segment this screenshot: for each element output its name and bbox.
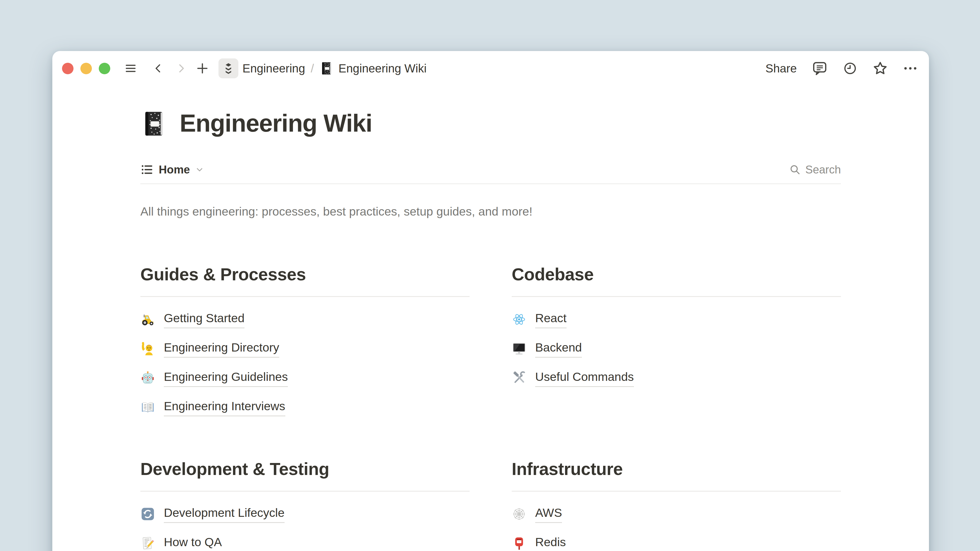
hammer-and-wrench-icon: [512, 371, 527, 386]
postbox-icon: [512, 536, 527, 551]
plus-icon: [196, 62, 209, 75]
page-link-label: How to QA: [164, 534, 222, 551]
bulleted-list-icon: [140, 163, 154, 176]
memo-icon: [140, 536, 155, 551]
heading-divider: [512, 296, 841, 297]
page-link-react[interactable]: React: [512, 310, 841, 328]
page-link-engineering-guidelines[interactable]: Engineering Guidelines: [140, 369, 469, 387]
search-label: Search: [805, 163, 841, 176]
share-button[interactable]: Share: [765, 62, 797, 75]
view-tab-label: Home: [159, 163, 190, 176]
heading-divider: [140, 491, 469, 492]
section-heading: Codebase: [512, 263, 841, 286]
window-toolbar: Engineering / Engineering Wiki Share: [52, 51, 929, 86]
breadcrumb-team[interactable]: Engineering: [242, 62, 305, 75]
page-link-label: Engineering Directory: [164, 340, 279, 358]
section-guides-and-processes: Guides & Processes Getting Started Engin…: [140, 263, 469, 427]
page-link-label: Backend: [535, 340, 582, 358]
toolbar-actions: Share: [765, 60, 918, 76]
tractor-icon: [140, 312, 155, 327]
person-raising-hand-icon: [140, 341, 155, 356]
sidebar-toggle-button[interactable]: [124, 62, 137, 75]
view-tab-home[interactable]: Home: [140, 163, 204, 176]
page-title-row: Engineering Wiki: [140, 109, 841, 138]
section-development-and-testing: Development & Testing Development Lifecy…: [140, 457, 469, 551]
notebook-page-icon[interactable]: [140, 110, 168, 138]
app-window: Engineering / Engineering Wiki Share: [52, 51, 929, 551]
page-link-label: Development Lifecycle: [164, 505, 285, 523]
robot-icon: [140, 371, 155, 386]
section-heading: Infrastructure: [512, 457, 841, 481]
heading-divider: [512, 491, 841, 492]
sections-grid: Guides & Processes Getting Started Engin…: [140, 263, 841, 551]
updates-button[interactable]: [843, 61, 858, 76]
maximize-window-button[interactable]: [99, 63, 110, 74]
page-link-development-lifecycle[interactable]: Development Lifecycle: [140, 505, 469, 523]
chevron-left-icon: [153, 63, 164, 74]
page-link-useful-commands[interactable]: Useful Commands: [512, 369, 841, 387]
page-link-label: Useful Commands: [535, 369, 634, 387]
page-link-backend[interactable]: Backend: [512, 340, 841, 358]
page-description: All things engineering: processes, best …: [140, 203, 841, 219]
forward-button[interactable]: [176, 63, 187, 74]
page-link-aws[interactable]: AWS: [512, 505, 841, 523]
section-codebase: Codebase React Backend: [512, 263, 841, 427]
page-link-getting-started[interactable]: Getting Started: [140, 310, 469, 328]
chevron-down-icon: [195, 165, 204, 174]
section-heading: Guides & Processes: [140, 263, 469, 286]
chevron-right-icon: [176, 63, 187, 74]
star-icon: [872, 60, 888, 76]
open-book-icon: [140, 400, 155, 415]
close-window-button[interactable]: [62, 63, 73, 74]
comment-bubble-icon: [811, 60, 828, 76]
more-options-button[interactable]: [903, 61, 918, 76]
section-heading: Development & Testing: [140, 457, 469, 481]
page-link-engineering-interviews[interactable]: Engineering Interviews: [140, 398, 469, 416]
search-button[interactable]: Search: [789, 163, 841, 176]
ellipsis-icon: [903, 61, 918, 76]
react-logo-icon: [512, 312, 527, 327]
clock-icon: [843, 61, 858, 76]
page-content: Engineering Wiki Home Search All things …: [140, 109, 841, 551]
page-link-how-to-qa[interactable]: How to QA: [140, 534, 469, 551]
page-link-label: React: [535, 310, 566, 328]
favorite-button[interactable]: [872, 60, 888, 76]
breadcrumb: Engineering / Engineering Wiki: [242, 61, 426, 76]
layers-icon: [222, 62, 235, 75]
breadcrumb-separator: /: [311, 62, 314, 75]
back-button[interactable]: [153, 63, 164, 74]
page-link-label: Redis: [535, 534, 566, 551]
section-infrastructure: Infrastructure AWS Redis: [512, 457, 841, 551]
minimize-window-button[interactable]: [80, 63, 92, 74]
notebook-icon: [320, 61, 334, 76]
counterclockwise-arrows-icon: [140, 507, 155, 521]
new-page-button[interactable]: [196, 62, 209, 75]
page-link-label: Engineering Guidelines: [164, 369, 288, 387]
heading-divider: [140, 296, 469, 297]
page-link-redis[interactable]: Redis: [512, 534, 841, 551]
comments-button[interactable]: [811, 60, 828, 76]
traffic-lights: [62, 63, 110, 74]
search-icon: [789, 164, 801, 176]
spider-web-icon: [512, 507, 527, 521]
page-link-label: AWS: [535, 505, 562, 523]
desktop-computer-icon: [512, 341, 527, 356]
page-link-label: Getting Started: [164, 310, 245, 328]
breadcrumb-page[interactable]: Engineering Wiki: [339, 62, 426, 75]
page-link-engineering-directory[interactable]: Engineering Directory: [140, 340, 469, 358]
view-tabs-row: Home Search: [140, 163, 841, 184]
page-title: Engineering Wiki: [180, 109, 372, 138]
page-link-label: Engineering Interviews: [164, 398, 285, 416]
teamspace-icon-badge[interactable]: [218, 59, 239, 78]
hamburger-icon: [124, 62, 137, 75]
